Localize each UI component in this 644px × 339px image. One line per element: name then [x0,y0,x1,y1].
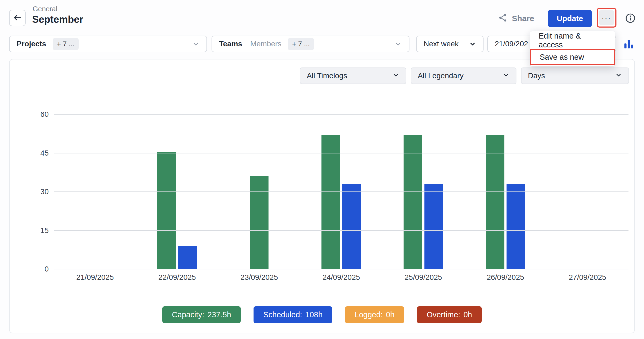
gridline [54,269,628,269]
granularity-value: Days [528,71,545,80]
legend-value: 237.5h [208,310,231,319]
y-axis-tick-label: 45 [40,149,49,157]
scheduled-bar [342,184,361,269]
chart-controls: All Timelogs All Legendary Days [10,67,629,84]
gridline [54,114,628,115]
info-button[interactable] [623,11,638,26]
chevron-down-icon [469,40,476,47]
chart-view-button[interactable] [621,36,637,52]
workload-page: General September Share Update ... Proje… [0,0,644,339]
legend-badge-scheduled: Scheduled:108h [254,306,332,323]
legend-badge-overtime: Overtime:0h [417,306,482,323]
bar-chart-icon [623,38,635,51]
share-label: Share [512,14,534,23]
x-axis: 21/09/202522/09/202523/09/202524/09/2025… [54,273,628,282]
projects-more-chip[interactable]: + 7 ... [53,38,79,50]
legend-label: Capacity: [172,310,204,319]
teams-filter[interactable]: Teams Members + 7 ... [212,36,409,52]
x-axis-tick-label: 23/09/2025 [218,273,300,282]
capacity-bar [321,135,340,269]
period-select[interactable]: Next week [416,36,484,52]
x-axis-tick-label: 21/09/2025 [54,273,136,282]
gridline [54,153,628,153]
teams-label: Teams [219,40,242,48]
y-axis: 015304560 [20,114,49,269]
legend-label: Scheduled: [263,310,302,319]
y-axis-tick-label: 0 [44,265,49,273]
period-value: Next week [424,40,459,48]
x-axis-tick-label: 24/09/2025 [300,273,382,282]
share-button[interactable]: Share [498,10,534,27]
more-options-button[interactable]: ... [599,10,614,25]
more-options-menu: Edit name & access Save as new [530,31,615,66]
members-label[interactable]: Members [250,40,282,48]
legend-badge-capacity: Capacity:237.5h [162,306,241,323]
gridline [54,191,628,192]
y-axis-tick-label: 15 [40,226,49,235]
legend-value: 0h [463,310,472,319]
capacity-bar [157,152,176,269]
x-axis-tick-label: 27/09/2025 [546,273,628,282]
scheduled-bar [507,184,525,269]
granularity-select[interactable]: Days [521,67,629,84]
arrow-left-icon [13,13,22,23]
timelogs-value: All Timelogs [307,71,347,80]
legend-badge-logged: Logged:0h [345,306,404,323]
chevron-down-icon [394,40,402,48]
chevron-down-icon [615,71,622,80]
legend-label: Logged: [355,310,383,319]
menu-item-save-as-new[interactable]: Save as new [530,49,615,65]
scheduled-bar [178,246,197,269]
chevron-down-icon [503,71,509,80]
gridline [54,230,628,231]
legendary-value: All Legendary [418,71,463,80]
page-title: September [32,14,83,25]
capacity-bar [250,176,269,269]
workload-chart-card: All Timelogs All Legendary Days 01530456… [9,59,635,333]
legend-value: 0h [386,310,394,319]
annotation-box-more-button: ... [597,8,616,28]
teams-more-chip[interactable]: + 7 ... [288,38,314,50]
x-axis-tick-label: 22/09/2025 [136,273,218,282]
date-range-value: 21/09/202 [495,40,528,48]
ellipsis-icon: ... [602,13,611,23]
update-button[interactable]: Update [548,10,592,27]
projects-label: Projects [17,40,46,48]
y-axis-tick-label: 30 [40,187,49,196]
chevron-down-icon [192,40,200,48]
capacity-bar [404,135,422,269]
bar-chart-plot [54,114,628,269]
capacity-bar [486,135,504,269]
chevron-down-icon [392,71,399,80]
legend-value: 108h [305,310,323,319]
share-icon [498,13,508,24]
back-button[interactable] [9,10,26,26]
menu-item-edit-name-access[interactable]: Edit name & access [530,32,615,49]
breadcrumb: General [33,5,57,13]
timelogs-select[interactable]: All Timelogs [300,67,406,84]
y-axis-tick-label: 60 [40,110,49,119]
x-axis-tick-label: 25/09/2025 [382,273,464,282]
projects-filter[interactable]: Projects + 7 ... [9,36,207,52]
chart-legend: Capacity:237.5hScheduled:108hLogged:0hOv… [10,306,634,323]
legendary-select[interactable]: All Legendary [411,67,516,84]
x-axis-tick-label: 26/09/2025 [464,273,546,282]
scheduled-bar [424,184,443,269]
legend-label: Overtime: [427,310,460,319]
info-icon [625,13,636,25]
